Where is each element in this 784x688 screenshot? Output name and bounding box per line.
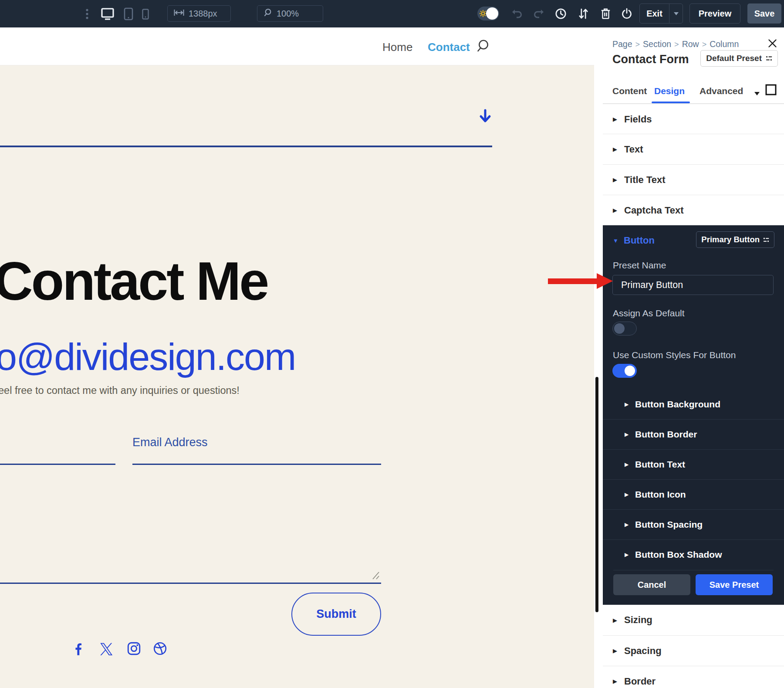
exit-button[interactable]: Exit — [639, 3, 683, 24]
email-field-underline[interactable] — [132, 464, 381, 465]
email-link[interactable]: o@dividesign.com — [0, 338, 295, 376]
nav-contact-link[interactable]: Contact — [428, 41, 470, 54]
power-icon[interactable] — [621, 8, 632, 20]
trash-icon[interactable] — [600, 8, 611, 20]
tab-design[interactable]: Design — [654, 86, 685, 96]
subsection-button-text[interactable]: ▶ Button Text — [603, 449, 784, 479]
breadcrumb-page[interactable]: Page — [612, 39, 632, 49]
exit-dropdown[interactable] — [669, 4, 683, 23]
module-title: Contact Form — [612, 53, 689, 66]
caret-right-icon: ▶ — [613, 116, 618, 122]
responsive-desktop-icon[interactable] — [765, 84, 777, 98]
settings-panel: Page>Section>Row>Column Contact Form Def… — [603, 27, 784, 688]
phone-view-icon[interactable] — [142, 9, 149, 20]
section-border[interactable]: ▶ Border — [603, 666, 784, 688]
default-preset-button[interactable]: Default Preset — [700, 50, 778, 67]
save-button[interactable]: Save — [747, 3, 781, 24]
caret-right-icon: ▶ — [625, 461, 630, 468]
tablet-view-icon[interactable] — [124, 7, 133, 20]
subsection-button-spacing[interactable]: ▶ Button Spacing — [603, 509, 784, 539]
subsection-label: Button Text — [635, 459, 685, 470]
zoom-level-value: 100% — [277, 9, 299, 19]
textarea-resize-handle-icon[interactable] — [368, 570, 380, 582]
menu-dots-icon[interactable] — [85, 8, 89, 20]
section-label: Sizing — [624, 614, 652, 626]
builder-canvas: Home Contact Contact Me o@dividesign.com… — [0, 27, 603, 688]
breadcrumb: Page>Section>Row>Column — [612, 39, 739, 49]
tabs-dropdown-icon[interactable] — [754, 89, 760, 97]
subsection-label: Button Box Shadow — [635, 549, 722, 560]
nav-home-link[interactable]: Home — [382, 41, 412, 54]
section-label: Captcha Text — [624, 205, 684, 216]
subsection-button-background[interactable]: ▶ Button Background — [603, 389, 784, 419]
search-icon[interactable] — [476, 39, 490, 55]
save-preset-button[interactable]: Save Preset — [696, 574, 773, 595]
breadcrumb-section[interactable]: Section — [643, 39, 671, 49]
email-field-label: Email Address — [132, 436, 208, 449]
section-text[interactable]: ▶ Text — [603, 134, 784, 164]
section-label: Border — [624, 676, 656, 687]
site-header: Home Contact — [0, 27, 603, 65]
instagram-icon[interactable] — [127, 642, 141, 655]
name-field-underline[interactable] — [0, 464, 115, 465]
breadcrumb-column[interactable]: Column — [710, 39, 739, 49]
caret-right-icon: ▶ — [613, 146, 618, 153]
tab-advanced[interactable]: Advanced — [700, 86, 743, 96]
subsection-button-icon[interactable]: ▶ Button Icon — [603, 479, 784, 509]
section-label: Title Text — [624, 174, 666, 186]
preview-button[interactable]: Preview — [689, 3, 740, 24]
section-label: Text — [624, 144, 643, 155]
responsive-width-input[interactable]: 1388px — [167, 5, 231, 22]
toggle-knob — [486, 7, 498, 20]
button-section-title[interactable]: Button — [624, 235, 655, 246]
dribbble-icon[interactable] — [153, 642, 167, 655]
builder-settings-toggle[interactable] — [477, 7, 499, 20]
builder-toolbar: 1388px 100% — [0, 0, 784, 27]
section-spacing[interactable]: ▶ Spacing — [603, 635, 784, 666]
facebook-icon[interactable] — [72, 642, 84, 656]
custom-styles-toggle[interactable] — [612, 364, 637, 378]
preset-name-input[interactable]: Primary Button — [612, 275, 774, 295]
caret-right-icon: ▶ — [613, 207, 618, 214]
section-captcha-text[interactable]: ▶ Captcha Text — [603, 195, 784, 225]
subsection-label: Button Icon — [635, 489, 686, 500]
caret-right-icon: ▶ — [625, 431, 630, 437]
cancel-button[interactable]: Cancel — [613, 574, 690, 595]
annotation-arrow — [548, 278, 598, 284]
responsive-width-value: 1388px — [189, 9, 217, 19]
caret-right-icon: ▶ — [613, 647, 618, 654]
footer-divider — [613, 570, 774, 570]
section-divider-line — [0, 146, 492, 147]
zoom-level-input[interactable]: 100% — [257, 5, 323, 22]
subsection-button-border[interactable]: ▶ Button Border — [603, 419, 784, 449]
caret-right-icon: ▶ — [625, 401, 630, 407]
subsection-button-box-shadow[interactable]: ▶ Button Box Shadow — [603, 539, 784, 569]
section-fields[interactable]: ▶ Fields — [603, 104, 784, 134]
save-preset-label: Save Preset — [710, 580, 759, 590]
button-preset-chip-label: Primary Button — [701, 235, 760, 244]
tab-content[interactable]: Content — [612, 86, 647, 96]
close-icon[interactable] — [768, 39, 777, 50]
section-sizing[interactable]: ▶ Sizing — [603, 605, 784, 635]
message-field-underline[interactable] — [0, 583, 381, 584]
assign-default-toggle[interactable] — [612, 322, 637, 336]
x-twitter-icon[interactable] — [99, 643, 113, 656]
page-title: Contact Me — [0, 254, 267, 308]
zoom-magnifier-icon — [264, 8, 272, 19]
canvas-scrollbar-thumb[interactable] — [595, 377, 598, 612]
redo-icon[interactable] — [533, 9, 545, 19]
desktop-view-icon[interactable] — [100, 7, 115, 20]
submit-button[interactable]: Submit — [291, 593, 381, 636]
section-title-text[interactable]: ▶ Title Text — [603, 164, 784, 195]
sort-arrows-icon[interactable] — [578, 8, 589, 20]
breadcrumb-row[interactable]: Row — [682, 39, 699, 49]
caret-right-icon: ▶ — [625, 491, 630, 498]
caret-down-icon: ▼ — [613, 237, 618, 244]
exit-label: Exit — [640, 9, 669, 19]
button-preset-chip[interactable]: Primary Button — [696, 231, 774, 248]
history-clock-icon[interactable] — [555, 8, 567, 20]
preset-icon — [763, 237, 769, 243]
undo-icon[interactable] — [510, 9, 523, 19]
scroll-down-arrow-icon[interactable] — [477, 108, 493, 126]
responsive-width-icon — [174, 9, 184, 18]
